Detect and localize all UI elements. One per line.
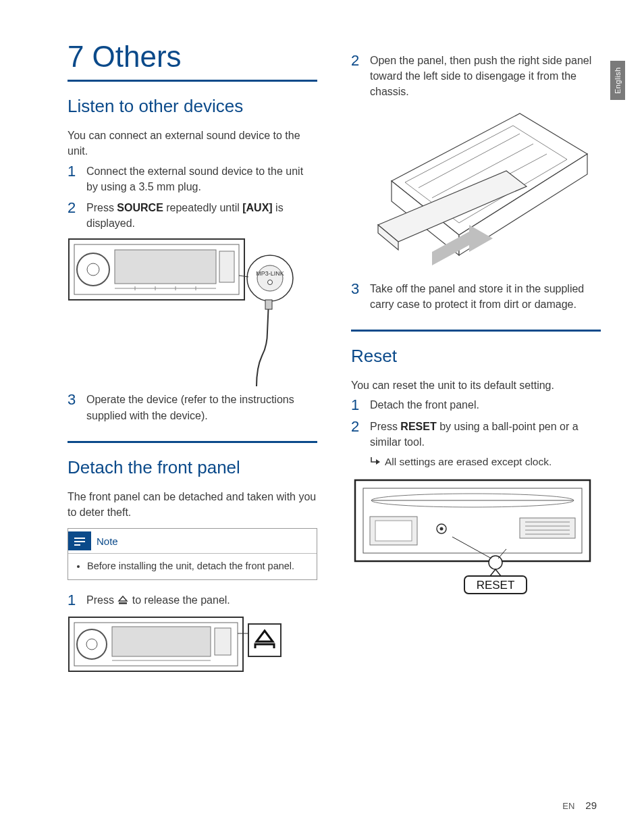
- steps-list: 1 Detach the front panel. 2 Press RESET …: [351, 397, 601, 469]
- manual-page: English 7Others Listen to other devices …: [0, 0, 644, 834]
- step: 1 Press to release the panel.: [68, 592, 317, 608]
- svg-point-47: [440, 527, 444, 531]
- section-intro: You can reset the unit to its default se…: [351, 377, 601, 393]
- step: 2 Open the panel, then push the right si…: [351, 53, 601, 100]
- language-tab: English: [610, 61, 625, 100]
- svg-rect-28: [248, 624, 281, 656]
- section-rule: [68, 80, 317, 82]
- step-text: Detach the front panel.: [370, 397, 601, 413]
- figure-label: RESET: [477, 579, 515, 592]
- step-number: 1: [351, 397, 360, 413]
- figure-disengage: [351, 107, 601, 276]
- step: 1 Connect the external sound device to t…: [68, 163, 317, 194]
- step-number: 1: [68, 592, 77, 608]
- step: 3 Operate the device (refer to the instr…: [68, 392, 317, 423]
- step-number: 2: [68, 200, 77, 216]
- text: repeatedly until: [163, 202, 242, 213]
- section-heading-detach: Detach the front panel: [68, 458, 317, 478]
- note-box: Note Before installing the unit, detach …: [68, 528, 317, 580]
- text: to release the panel.: [132, 594, 230, 606]
- step-text: Open the panel, then push the right side…: [370, 53, 601, 100]
- text: Press: [86, 202, 117, 213]
- step-text: Connect the external sound device to the…: [86, 163, 317, 194]
- svg-rect-50: [520, 518, 575, 538]
- step-number: 3: [68, 392, 77, 408]
- left-column: 7Others Listen to other devices You can …: [68, 41, 317, 681]
- svg-marker-19: [119, 596, 127, 601]
- step-text: Press to release the panel.: [86, 592, 317, 608]
- note-item: Before installing the unit, detach the f…: [87, 559, 307, 573]
- footer-page-number: 29: [585, 800, 597, 811]
- step-number: 1: [68, 163, 77, 180]
- step: 1 Detach the front panel.: [351, 397, 601, 413]
- note-icon: [68, 531, 91, 550]
- two-column-layout: 7Others Listen to other devices You can …: [68, 41, 603, 681]
- page-footer: EN 29: [562, 800, 597, 811]
- steps-list: 1 Connect the external sound device to t…: [68, 163, 317, 232]
- section-rule: [68, 441, 317, 443]
- steps-list: 1 Press to release the panel.: [68, 592, 317, 608]
- right-column: 2 Open the panel, then push the right si…: [351, 41, 601, 681]
- label-reset: RESET: [400, 421, 436, 432]
- step-text: Press RESET by using a ball-point pen or…: [370, 419, 601, 469]
- section-rule: [351, 330, 601, 332]
- note-body: Before installing the unit, detach the f…: [68, 553, 317, 579]
- step-result: All settings are erased except clock.: [370, 454, 601, 469]
- step-number: 2: [351, 53, 360, 69]
- figure-eject: [68, 616, 317, 675]
- eject-icon: [117, 596, 129, 605]
- chapter-name: Others: [92, 40, 181, 73]
- figure-label: MP3-LINK: [256, 270, 284, 277]
- note-header: Note: [68, 529, 317, 553]
- section-intro: You can connect an external sound device…: [68, 128, 317, 159]
- svg-rect-25: [112, 627, 211, 656]
- svg-rect-4: [115, 250, 216, 284]
- note-title: Note: [97, 534, 118, 548]
- steps-list: 3 Operate the device (refer to the instr…: [68, 392, 317, 423]
- svg-rect-15: [265, 300, 272, 309]
- step: 3 Take off the panel and store it in the…: [351, 281, 601, 312]
- step-text: Take off the panel and store it in the s…: [370, 281, 601, 312]
- steps-list: 3 Take off the panel and store it in the…: [351, 281, 601, 312]
- step-text: Press SOURCE repeatedly until [AUX] is d…: [86, 200, 317, 231]
- svg-rect-20: [119, 602, 127, 604]
- steps-list: 2 Open the panel, then push the right si…: [351, 53, 601, 100]
- text: Press: [370, 421, 400, 432]
- svg-marker-41: [376, 459, 380, 465]
- step: 2 Press RESET by using a ball-point pen …: [351, 419, 601, 469]
- label-source: SOURCE: [117, 202, 163, 213]
- step-number: 2: [351, 419, 360, 435]
- result-text: All settings are erased except clock.: [385, 456, 552, 467]
- figure-mp3-link: MP3-LINK: [68, 238, 317, 386]
- figure-reset: RESET: [351, 476, 601, 598]
- svg-marker-58: [490, 569, 501, 576]
- section-heading-listen: Listen to other devices: [68, 97, 317, 117]
- label-aux: [AUX]: [242, 202, 272, 213]
- text: Press: [86, 594, 117, 606]
- section-intro: The front panel can be detached and take…: [68, 489, 317, 520]
- svg-rect-49: [375, 521, 412, 541]
- result-arrow-icon: [370, 456, 381, 465]
- chapter-title: 7Others: [68, 41, 317, 73]
- step-text: Operate the device (refer to the instruc…: [86, 392, 317, 423]
- svg-point-12: [257, 265, 283, 291]
- chapter-number: 7: [68, 40, 92, 73]
- section-heading-reset: Reset: [351, 346, 601, 367]
- svg-rect-26: [215, 628, 231, 655]
- footer-lang: EN: [562, 801, 574, 811]
- step-number: 3: [351, 281, 360, 297]
- svg-point-13: [268, 280, 273, 285]
- step: 2 Press SOURCE repeatedly until [AUX] is…: [68, 200, 317, 231]
- svg-rect-5: [219, 251, 234, 282]
